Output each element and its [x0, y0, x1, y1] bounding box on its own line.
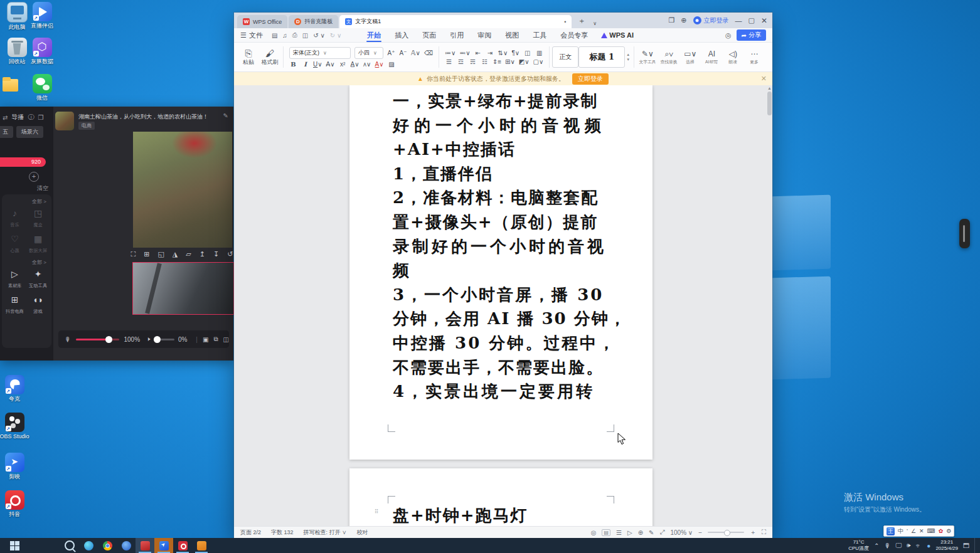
status-spellcheck[interactable]: 拼写检查: 打开 ∨	[304, 529, 347, 537]
char-shading-icon[interactable]: ▨	[388, 61, 396, 68]
swap-icon[interactable]: ⇄	[3, 114, 8, 121]
text-tools-button[interactable]: ✎∨ 文字工具	[637, 50, 658, 65]
ime-symbol-icon[interactable]: ✕	[919, 528, 924, 534]
start-button[interactable]	[5, 538, 24, 553]
menu-view[interactable]: 视图	[498, 31, 526, 40]
show-desktop-button[interactable]	[974, 538, 977, 553]
document-page-1[interactable]: 一，实景+绿布+提前录制 好的一个小时的音视频 +AI+中控插话 1，直播伴侣 …	[349, 85, 652, 460]
status-word-count[interactable]: 字数 132	[271, 529, 294, 537]
ime-logo-icon[interactable]: 王	[887, 527, 895, 535]
zoom-value[interactable]: 100% ∨	[670, 529, 693, 536]
edit-title-icon[interactable]: ✎	[223, 112, 228, 119]
play-view-icon[interactable]: ▷	[627, 529, 632, 536]
tool-media-library[interactable]: ▷ 素材库	[3, 267, 26, 289]
font-size-select[interactable]: 小四∨	[354, 47, 383, 59]
page2-text[interactable]: 盘+时钟+跑马灯	[393, 505, 528, 526]
status-proofread[interactable]: 校对	[357, 529, 368, 537]
microphone-icon[interactable]: 🎙	[65, 336, 71, 343]
menu-insert[interactable]: 插入	[388, 31, 415, 40]
style-gallery-arrows[interactable]: ▲▼	[625, 53, 631, 61]
scene-badge[interactable]: 920	[0, 157, 46, 167]
action-center-icon[interactable]: 🗔	[963, 542, 969, 549]
more-tools-button[interactable]: ⋯ 更多	[743, 50, 765, 65]
format-painter-button[interactable]: 🖌 格式刷	[259, 48, 280, 66]
desktop-icon-live-companion[interactable]: ↗ 直播伴侣	[23, 2, 61, 29]
menu-wps-ai[interactable]: WPS AI	[595, 31, 640, 39]
fit-page-icon[interactable]: ⤢	[659, 529, 664, 536]
login-entry[interactable]: ☻ 立即登录	[693, 16, 729, 25]
scene-video-selected[interactable]	[132, 262, 234, 315]
scene-tab-6[interactable]: 场景六	[16, 126, 43, 138]
sort-icon[interactable]: ⇅∨	[498, 50, 508, 56]
speaker-icon[interactable]: 🕨	[146, 335, 150, 343]
speaker-slider-knob[interactable]	[154, 336, 161, 343]
zoom-in-icon[interactable]: ＋	[750, 528, 756, 537]
close-button[interactable]: ✕	[761, 16, 767, 25]
tool-game[interactable]: ◖◗ 游戏	[26, 293, 50, 315]
font-family-select[interactable]: 宋体(正文)∨	[289, 47, 351, 59]
tool-ecommerce[interactable]: ⊞ 抖音电商	[3, 293, 26, 315]
select-button[interactable]: ▭∨ 选择	[679, 50, 701, 65]
edge-sidebar-handle[interactable]	[959, 219, 970, 248]
tray-network-icon[interactable]: ᯤ	[915, 542, 922, 549]
add-scene-button[interactable]: +	[29, 172, 39, 182]
superscript-button[interactable]: x²	[339, 61, 347, 68]
flip-icon[interactable]: ◮	[173, 250, 178, 258]
ime-chinese-mode-icon[interactable]: 中	[898, 527, 903, 535]
fullscreen-icon[interactable]: ⛶	[131, 250, 136, 258]
desktop-icon-quark[interactable]: ↗ 夸克	[0, 375, 34, 402]
highlight-button[interactable]: A̲∨	[351, 61, 360, 68]
zoom-out-icon[interactable]: −	[698, 529, 702, 536]
justify-button[interactable]: ☷	[481, 58, 489, 65]
menu-reference[interactable]: 引用	[443, 31, 471, 40]
new-tab-button[interactable]: ＋	[578, 16, 585, 26]
document-page-2[interactable]: ⠿ 盘+时钟+跑马灯	[349, 468, 652, 526]
scene-tab-5[interactable]: 五	[0, 126, 13, 138]
ai-write-button[interactable]: AI AI帮写	[701, 50, 722, 65]
menu-member[interactable]: 会员专享	[553, 31, 595, 40]
tab-wps-home[interactable]: W WPS Office	[237, 15, 287, 28]
style-normal[interactable]: 正文	[552, 46, 578, 68]
tool-wish[interactable]: ♡ 心愿	[3, 232, 26, 254]
paste-button[interactable]: ⎘ 粘贴	[238, 48, 259, 66]
indent-button[interactable]: ⇥	[486, 50, 494, 56]
page1-text[interactable]: 一，实景+绿布+提前录制 好的一个小时的音视频 +AI+中控插话 1，直播伴侣 …	[393, 89, 610, 404]
scroll-up-icon[interactable]: ▲	[767, 86, 772, 90]
reset-icon[interactable]: ↺	[227, 250, 233, 258]
cpu-temp-widget[interactable]: 71°C CPU温度	[848, 539, 869, 552]
italic-button[interactable]: I	[301, 61, 309, 68]
taskbar-douyin[interactable]	[173, 538, 192, 553]
align-right-button[interactable]: ☴	[469, 58, 477, 65]
tab-list-chevron[interactable]: ∨	[593, 21, 597, 26]
speaker-volume-slider[interactable]	[154, 339, 174, 340]
zoom-slider[interactable]	[708, 532, 744, 533]
web-view-icon[interactable]: ⊕	[638, 529, 643, 536]
crop-icon[interactable]: ▱	[186, 250, 191, 258]
ime-toolbar[interactable]: 王 中 ’ ∠ ✕ ⌨ ✿ ⚙	[883, 525, 954, 537]
record-icon[interactable]: ◫	[223, 336, 229, 343]
maximize-button[interactable]: ▢	[748, 16, 755, 24]
save-icon[interactable]: ▤	[269, 32, 280, 39]
grid-icon[interactable]: ⊞	[144, 250, 149, 258]
share-button[interactable]: ➦ 分享	[737, 29, 766, 41]
taskbar-edge[interactable]	[79, 538, 98, 553]
zoom-slider-knob[interactable]	[724, 530, 730, 536]
edit-mode-icon[interactable]: ✎	[649, 529, 654, 536]
ime-settings-gear-icon[interactable]: ⚙	[946, 528, 951, 534]
reading-mode-icon[interactable]: ◎	[725, 31, 732, 40]
window-mode-icon[interactable]: ❐	[668, 16, 674, 24]
tray-mic-icon[interactable]: 🎙	[884, 542, 890, 549]
print-icon[interactable]: ⎙	[290, 31, 300, 39]
tool-data-screen[interactable]: ▦ 数据大屏	[26, 232, 50, 254]
clear-button[interactable]: 清空	[37, 184, 48, 192]
underline-button[interactable]: U∨	[313, 61, 322, 68]
desktop-icon-data-app[interactable]: ↗ 灰豚数据	[23, 38, 61, 65]
taskbar-live-app[interactable]	[136, 538, 154, 553]
layout-icon[interactable]: ◫	[523, 50, 531, 56]
line-spacing-button[interactable]: ⇕≡	[493, 58, 501, 65]
info-icon[interactable]: ⓘ	[28, 113, 34, 122]
file-menu[interactable]: ☰ 文件	[234, 31, 269, 40]
login-now-button[interactable]: 立即登录	[572, 73, 609, 85]
output-icon[interactable]: ♫	[280, 32, 290, 39]
clock[interactable]: 23:21 2025/4/29	[935, 539, 958, 552]
